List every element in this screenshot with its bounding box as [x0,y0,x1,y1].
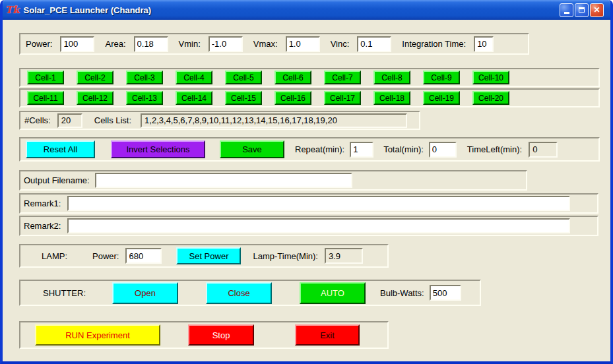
shutter-close-button[interactable]: Close [206,282,272,304]
maximize-button[interactable] [575,3,589,17]
repeat-label: Repeat(min): [295,144,344,154]
maximize-icon [579,7,585,13]
run-experiment-button[interactable]: RUN Experiment [35,324,160,346]
title-bar[interactable]: Tk Solar_PCE Launcher (Chandra) ✕ [0,0,613,20]
shutter-auto-button[interactable]: AUTO [300,282,366,304]
cell-17-button[interactable]: Cell-17 [324,91,361,105]
remark1-frame: Remark1: [19,193,598,214]
power-label: Power: [26,39,52,49]
shutter-title: SHUTTER: [43,288,86,298]
tk-app-icon: Tk [5,4,20,16]
integration-time-input[interactable] [474,36,494,52]
total-label: Total(min): [383,144,424,154]
output-filename-frame: Output Filename: [19,170,527,191]
parameters-frame: Power: Area: Vmin: Vmax: Vinc: Integrati… [19,33,529,55]
bulb-watts-label: Bulb-Watts: [380,288,424,298]
area-input[interactable] [134,36,168,52]
shutter-open-button[interactable]: Open [112,282,178,304]
exit-button[interactable]: Exit [295,324,360,346]
lamp-time-value: 3.9 [325,248,363,264]
lamp-frame: LAMP: Power: Set Power Lamp-Time(Min): 3… [19,244,389,268]
set-power-button[interactable]: Set Power [176,247,241,264]
cell-4-button[interactable]: Cell-4 [176,71,212,84]
cell-3-button[interactable]: Cell-3 [126,71,163,84]
vmax-input[interactable] [286,36,320,52]
cell-2-button[interactable]: Cell-2 [77,71,113,84]
area-label: Area: [105,39,125,49]
power-input[interactable] [60,36,94,52]
run-frame: RUN Experiment Stop Exit [19,321,389,349]
close-icon: ✕ [593,6,600,14]
vmax-label: Vmax: [253,39,278,49]
cell-12-button[interactable]: Cell-12 [77,91,113,105]
remark2-input[interactable] [67,218,570,233]
cell-6-button[interactable]: Cell-6 [274,71,311,84]
cell-9-button[interactable]: Cell-9 [423,71,460,84]
cells-list-label: Cells List: [94,115,131,125]
total-input[interactable] [429,142,457,158]
cell-5-button[interactable]: Cell-5 [225,71,262,84]
cell-16-button[interactable]: Cell-16 [274,91,311,105]
remark2-frame: Remark2: [19,216,598,236]
close-button[interactable]: ✕ [590,3,604,17]
cells-summary-frame: #Cells: 20 Cells List: 1,2,3,4,5,6,7,8,9… [19,111,420,130]
save-button[interactable]: Save [220,140,284,158]
cell-7-button[interactable]: Cell-7 [324,71,361,84]
cell-14-button[interactable]: Cell-14 [176,91,212,105]
actions-frame: Reset All Invert Selections Save Repeat(… [19,137,600,162]
remark1-input[interactable] [67,196,570,211]
vinc-input[interactable] [357,36,391,52]
cells-list-value: 1,2,3,4,5,6,7,8,9,10,11,12,13,14,15,16,1… [141,113,407,128]
vmin-input[interactable] [209,36,243,52]
lamp-title: LAMP: [42,251,67,261]
cell-20-button[interactable]: Cell-20 [472,91,509,105]
timeleft-value: 0 [529,142,558,158]
vmin-label: Vmin: [179,39,201,49]
lamp-time-label: Lamp-Time(Min): [253,251,317,261]
repeat-input[interactable] [350,142,373,158]
cells-row1-frame: Cell-1 Cell-2 Cell-3 Cell-4 Cell-5 Cell-… [19,68,600,87]
cell-10-button[interactable]: Cell-10 [472,71,509,84]
reset-all-button[interactable]: Reset All [26,140,95,158]
lamp-power-input[interactable] [125,248,162,264]
minimize-button[interactable] [560,3,573,17]
invert-selections-button[interactable]: Invert Selections [111,140,205,158]
shutter-frame: SHUTTER: Open Close AUTO Bulb-Watts: [19,280,481,306]
vinc-label: Vinc: [331,39,350,49]
window-title: Solar_PCE Launcher (Chandra) [24,5,560,15]
lamp-power-label: Power: [92,251,119,261]
cell-1-button[interactable]: Cell-1 [27,71,64,84]
cells-count-value: 20 [57,113,82,128]
cell-19-button[interactable]: Cell-19 [423,91,460,105]
stop-button[interactable]: Stop [188,324,254,346]
bulb-watts-input[interactable] [430,285,461,301]
remark2-label: Remark2: [24,221,61,231]
timeleft-label: TimeLeft(min): [467,144,522,154]
cells-count-label: #Cells: [24,115,51,125]
window-controls: ✕ [560,3,604,17]
cell-18-button[interactable]: Cell-18 [373,91,410,105]
cell-15-button[interactable]: Cell-15 [225,91,262,105]
cell-13-button[interactable]: Cell-13 [126,91,163,105]
integration-time-label: Integration Time: [402,39,466,49]
output-filename-label: Output Filename: [24,175,90,185]
output-filename-input[interactable] [95,173,352,188]
cell-8-button[interactable]: Cell-8 [373,71,410,84]
minimize-icon [564,12,569,14]
app-window: Tk Solar_PCE Launcher (Chandra) ✕ Power:… [0,0,613,364]
cells-row2-frame: Cell-11 Cell-12 Cell-13 Cell-14 Cell-15 … [19,88,600,107]
remark1-label: Remark1: [24,198,61,208]
cell-11-button[interactable]: Cell-11 [27,91,64,105]
